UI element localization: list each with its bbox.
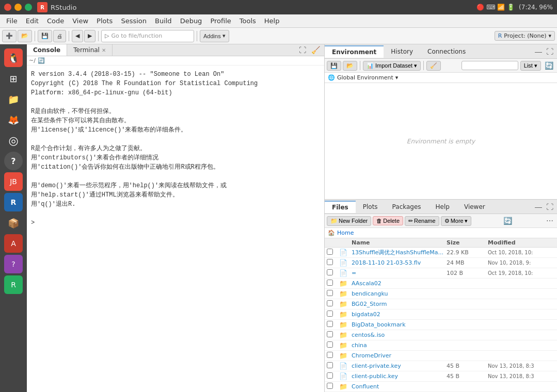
env-save-button[interactable]: 💾 <box>327 61 341 71</box>
row-checkbox[interactable] <box>327 249 339 256</box>
minimize-files-button[interactable]: — <box>533 202 544 212</box>
sidebar-icon-files[interactable]: 📁 <box>4 90 23 108</box>
delete-button[interactable]: 🗑 Delete <box>373 216 403 225</box>
menu-edit[interactable]: Edit <box>22 16 43 26</box>
tab-console[interactable]: Console <box>27 44 67 56</box>
terminal-close-icon[interactable]: ✕ <box>102 47 106 53</box>
tab-connections[interactable]: Connections <box>420 46 473 57</box>
maximize-files-button[interactable]: ⛶ <box>545 202 555 212</box>
file-name[interactable]: BG02_Storm <box>352 301 447 307</box>
tab-history[interactable]: History <box>384 46 420 57</box>
files-refresh-button[interactable]: 🔄 <box>502 216 514 226</box>
sidebar-icon-app3[interactable]: R <box>4 275 23 294</box>
sidebar-icon-dash[interactable]: ⊞ <box>4 69 23 88</box>
open-file-button[interactable]: 📂 <box>18 30 32 42</box>
file-name[interactable]: client-private.key <box>352 363 447 369</box>
print-button[interactable]: 🖨 <box>53 30 66 42</box>
row-checkbox[interactable] <box>327 311 339 318</box>
new-folder-button[interactable]: 📁 New Folder <box>327 216 371 226</box>
tab-viewer[interactable]: Viewer <box>457 201 492 213</box>
file-name[interactable]: ChromeDriver <box>352 352 447 359</box>
files-extra-menu[interactable]: ⋯ <box>545 216 555 226</box>
console-prompt[interactable]: > <box>31 219 38 226</box>
back-button[interactable]: ◀ <box>72 30 83 42</box>
sidebar-icon-firefox[interactable]: 🦊 <box>4 110 23 129</box>
tab-plots[interactable]: Plots <box>356 201 385 213</box>
import-dataset-button[interactable]: 📊 Import Dataset ▾ <box>363 61 421 71</box>
file-name[interactable]: BigData_bookmark <box>352 321 447 328</box>
file-name[interactable]: AAscala02 <box>352 280 447 287</box>
save-button[interactable]: 💾 <box>38 30 52 42</box>
menu-profile[interactable]: Profile <box>206 16 235 26</box>
file-name[interactable]: centos&.iso <box>352 332 447 338</box>
tab-files[interactable]: Files <box>325 201 356 213</box>
close-button[interactable] <box>4 4 11 11</box>
file-name[interactable]: 2018-11-10 21-03-53.flv <box>352 259 447 266</box>
row-checkbox[interactable] <box>327 362 339 370</box>
header-name[interactable]: Name <box>352 239 447 246</box>
rename-button[interactable]: ✏ Rename <box>405 216 439 226</box>
file-name[interactable]: Confluent <box>352 383 447 390</box>
tab-packages[interactable]: Packages <box>385 201 428 213</box>
row-checkbox[interactable] <box>327 372 339 380</box>
menu-file[interactable]: File <box>2 16 22 26</box>
header-size[interactable]: Size <box>447 239 488 246</box>
menu-plots[interactable]: Plots <box>92 16 117 26</box>
row-checkbox[interactable] <box>327 331 339 339</box>
file-name[interactable]: client-public.key <box>352 373 447 380</box>
env-refresh-button[interactable]: 🔄 <box>543 60 555 71</box>
row-checkbox[interactable] <box>327 290 339 298</box>
row-checkbox[interactable] <box>327 259 339 267</box>
file-name[interactable]: 13Shuffle调优之HashShuffleMa... <box>352 249 447 256</box>
maximize-button[interactable] <box>25 4 32 11</box>
more-button[interactable]: ⚙ More ▾ <box>441 216 471 226</box>
file-name[interactable]: = <box>352 270 447 276</box>
file-name[interactable]: bendicangku <box>352 290 447 297</box>
sidebar-icon-rstudio[interactable]: R <box>4 193 23 211</box>
menu-help[interactable]: Help <box>260 16 284 26</box>
env-list-button[interactable]: List ▾ <box>520 61 541 71</box>
row-checkbox[interactable] <box>327 341 339 349</box>
sidebar-icon-chrome[interactable]: ◎ <box>4 131 23 150</box>
file-name[interactable]: bigdata02 <box>352 311 447 318</box>
menu-session[interactable]: Session <box>117 16 151 26</box>
addins-button[interactable]: Addins ▾ <box>200 30 229 42</box>
row-checkbox[interactable] <box>327 383 339 390</box>
sidebar-icon-app1[interactable]: A <box>4 234 23 253</box>
project-selector[interactable]: R Project: (None) ▾ <box>495 31 555 41</box>
menu-code[interactable]: Code <box>43 16 68 26</box>
maximize-env-button[interactable]: ⛶ <box>545 46 555 57</box>
row-checkbox[interactable] <box>327 321 339 329</box>
menu-view[interactable]: View <box>68 16 92 26</box>
row-checkbox[interactable] <box>327 269 339 277</box>
console-output[interactable]: R version 3.4.4 (2018-03-15) -- "Someone… <box>27 66 324 392</box>
file-name[interactable]: china <box>352 342 447 349</box>
menu-build[interactable]: Build <box>151 16 176 26</box>
console-clear-button[interactable]: 🧹 <box>309 45 322 55</box>
tab-environment[interactable]: Environment <box>325 45 384 58</box>
row-checkbox[interactable] <box>327 300 339 308</box>
sidebar-icon-ubuntu[interactable]: 🐧 <box>4 48 23 67</box>
window-controls[interactable] <box>4 4 32 11</box>
row-checkbox[interactable] <box>327 352 339 360</box>
tab-help[interactable]: Help <box>428 201 457 213</box>
menu-debug[interactable]: Debug <box>176 16 206 26</box>
sidebar-icon-app2[interactable]: ? <box>4 255 23 273</box>
maximize-console-button[interactable]: ⛶ <box>297 45 308 55</box>
env-load-button[interactable]: 📂 <box>343 61 357 71</box>
sidebar-icon-jetbrains[interactable]: JB <box>4 172 23 191</box>
minimize-button[interactable] <box>14 4 22 11</box>
row-checkbox[interactable] <box>327 280 339 287</box>
env-clear-button[interactable]: 🧹 <box>426 61 441 71</box>
sidebar-icon-help[interactable]: ? <box>4 152 23 170</box>
forward-button[interactable]: ▶ <box>84 30 96 42</box>
sidebar-icon-archive[interactable]: 📦 <box>4 214 23 232</box>
breadcrumb-home[interactable]: Home <box>337 230 354 236</box>
env-search-input[interactable] <box>461 61 518 70</box>
go-to-file-input[interactable]: ▷ Go to file/function <box>101 30 194 42</box>
tab-terminal[interactable]: Terminal ✕ <box>67 44 113 56</box>
header-modified[interactable]: Modified <box>488 239 555 246</box>
new-file-button[interactable]: ➕ <box>2 30 17 42</box>
menu-tools[interactable]: Tools <box>235 16 260 26</box>
minimize-env-button[interactable]: — <box>533 46 544 57</box>
